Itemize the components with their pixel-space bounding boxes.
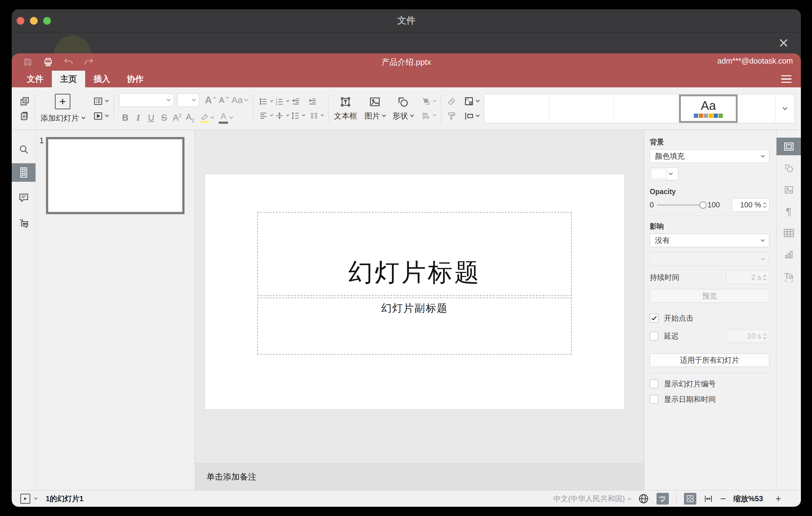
slide-size-icon[interactable] <box>464 111 479 121</box>
effect-type-select[interactable] <box>650 252 770 266</box>
numbered-list-icon[interactable]: 123 <box>274 97 289 106</box>
arrange-shape-icon[interactable] <box>422 97 436 106</box>
paste-icon[interactable] <box>20 111 30 121</box>
shape-icon[interactable] <box>397 96 409 108</box>
spell-check-icon[interactable]: ABC <box>657 493 669 505</box>
shape-settings-icon[interactable] <box>777 159 801 177</box>
paragraph-settings-icon[interactable]: ¶ <box>777 202 801 220</box>
background-fill-select[interactable]: 颜色填充 <box>650 149 770 163</box>
highlight-color-icon[interactable] <box>200 113 209 123</box>
theme-option-selected[interactable]: Aa <box>679 94 738 123</box>
slide-surface[interactable]: 幻灯片标题 幻灯片副标题 <box>205 174 624 409</box>
text-art-settings-icon[interactable]: Ta <box>777 267 801 285</box>
theme-option[interactable] <box>484 94 549 123</box>
slides-panel-icon[interactable] <box>12 163 35 182</box>
slide-title-text: 幻灯片标题 <box>348 256 481 289</box>
copy-style-icon[interactable] <box>446 111 457 120</box>
tab-file[interactable]: 文件 <box>19 71 52 87</box>
image-icon[interactable] <box>369 96 381 108</box>
font-color-icon[interactable]: A <box>219 112 228 124</box>
change-case-icon[interactable]: Aa <box>231 95 248 105</box>
slide-canvas[interactable]: 幻灯片标题 幻灯片副标题 <box>195 130 644 463</box>
slide-settings-icon[interactable] <box>777 138 801 155</box>
background-label: 背景 <box>650 137 770 147</box>
tab-collaboration[interactable]: 协作 <box>118 71 152 87</box>
align-shape-icon[interactable] <box>422 111 436 120</box>
start-slideshow-icon[interactable] <box>93 111 108 121</box>
tab-home[interactable]: 主页 <box>52 71 85 87</box>
language-selector[interactable]: 中文(中华人民共和国) <box>553 494 631 504</box>
search-icon[interactable] <box>12 140 35 158</box>
vertical-align-icon[interactable] <box>274 111 289 120</box>
theme-gallery-expand-icon[interactable] <box>775 94 794 123</box>
font-name-select[interactable] <box>119 93 174 107</box>
fit-width-icon[interactable] <box>704 494 713 503</box>
line-spacing-icon[interactable] <box>291 111 305 120</box>
underline-button[interactable]: U <box>145 113 157 123</box>
background-color-picker[interactable] <box>650 167 678 180</box>
notes-area[interactable]: 单击添加备注 <box>195 463 644 490</box>
eraser-icon[interactable] <box>446 97 457 106</box>
image-settings-icon[interactable] <box>777 181 801 198</box>
increase-indent-icon[interactable] <box>307 97 318 106</box>
delay-checkbox[interactable] <box>650 332 658 340</box>
font-size-select[interactable] <box>177 93 199 107</box>
italic-button[interactable]: I <box>132 113 144 123</box>
decrease-indent-icon[interactable] <box>291 97 301 106</box>
effect-select[interactable]: 没有 <box>650 234 770 247</box>
preview-button[interactable]: 预览 <box>650 289 770 303</box>
theme-gallery: Aa <box>484 94 795 123</box>
strikethrough-button[interactable]: S <box>158 113 170 123</box>
horizontal-align-icon[interactable] <box>259 111 273 120</box>
subtitle-placeholder[interactable]: 幻灯片副标题 <box>257 297 572 354</box>
opacity-slider-thumb[interactable] <box>699 202 706 209</box>
opacity-value-spinner[interactable]: 100 % <box>732 198 770 212</box>
shape-label[interactable]: 形状 <box>393 111 413 121</box>
show-slide-number-checkbox[interactable] <box>650 380 658 388</box>
start-slideshow-status-icon[interactable] <box>20 494 30 504</box>
columns-icon[interactable] <box>309 111 323 120</box>
add-slide-label[interactable]: 添加幻灯片 <box>40 113 85 123</box>
slide-thumbnail[interactable] <box>46 137 184 214</box>
close-icon[interactable] <box>778 37 790 49</box>
insert-image-group: 图片 <box>365 96 385 121</box>
svg-text:3: 3 <box>276 103 277 106</box>
zoom-out-icon[interactable]: − <box>720 494 726 504</box>
chart-settings-icon[interactable] <box>777 246 801 263</box>
color-scheme-icon[interactable] <box>464 96 479 106</box>
start-on-click-checkbox[interactable] <box>650 314 658 322</box>
fit-slide-icon[interactable] <box>684 493 696 505</box>
bullet-list-icon[interactable] <box>259 97 273 106</box>
increase-font-icon[interactable]: A <box>205 94 216 106</box>
copy-icon[interactable] <box>20 96 30 106</box>
apply-to-all-button[interactable]: 适用于所有幻灯片 <box>650 353 770 367</box>
superscript-button[interactable]: A2 <box>171 113 183 123</box>
text-box-label[interactable]: 文本框 <box>334 111 357 121</box>
clipboard-group <box>20 96 30 121</box>
decrease-font-icon[interactable]: A <box>219 95 228 105</box>
slide-layout-icon[interactable] <box>93 96 108 106</box>
text-box-icon[interactable] <box>340 96 351 108</box>
zoom-in-icon[interactable]: + <box>775 494 781 504</box>
table-settings-icon[interactable] <box>777 224 801 242</box>
slideshow-options-chevron-icon[interactable] <box>34 496 37 499</box>
menu-icon[interactable] <box>781 75 792 84</box>
delay-spinner[interactable]: 10 s <box>726 329 770 343</box>
add-slide-button[interactable] <box>55 94 70 109</box>
theme-option[interactable] <box>614 94 679 123</box>
opacity-slider[interactable] <box>657 204 703 206</box>
show-date-time-row: 显示日期和时间 <box>650 394 770 404</box>
tab-insert[interactable]: 插入 <box>85 71 118 87</box>
arrange-group <box>422 97 436 120</box>
theme-option[interactable] <box>549 94 614 123</box>
comments-icon[interactable] <box>12 189 35 206</box>
document-language-icon[interactable] <box>638 493 649 504</box>
duration-spinner[interactable]: 2 s <box>726 271 770 284</box>
chat-icon[interactable] <box>12 214 35 232</box>
theme-option[interactable] <box>738 94 775 123</box>
bold-button[interactable]: B <box>119 113 132 123</box>
title-placeholder[interactable]: 幻灯片标题 <box>257 212 572 296</box>
subscript-button[interactable]: A2 <box>184 112 196 123</box>
show-date-time-checkbox[interactable] <box>650 395 658 404</box>
image-label[interactable]: 图片 <box>365 111 385 121</box>
